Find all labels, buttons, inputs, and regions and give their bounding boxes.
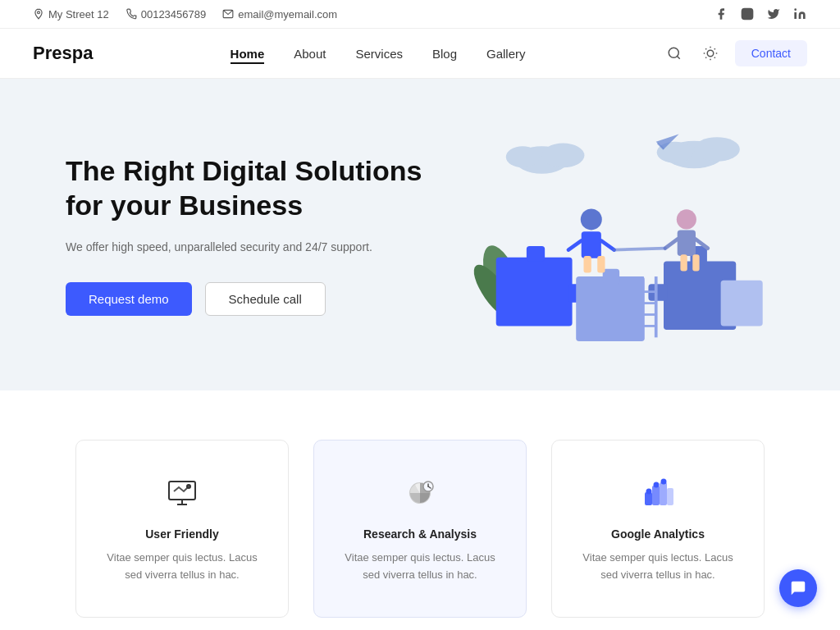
nav-item-services[interactable]: Services: [355, 47, 403, 61]
address-text: My Street 12: [48, 8, 109, 21]
features-section: User Friendly Vitae semper quis lectus. …: [0, 390, 840, 630]
email-icon: [222, 8, 234, 20]
svg-line-52: [614, 249, 665, 250]
hero-subtitle: We offer high speed, unparalleled securi…: [66, 238, 427, 256]
svg-rect-44: [584, 256, 591, 272]
svg-rect-33: [721, 281, 763, 326]
svg-rect-50: [680, 254, 687, 271]
svg-point-8: [707, 50, 714, 57]
hero-text: The Right Digital Solutions for your Bus…: [66, 153, 427, 316]
nav-actions: Contact: [663, 40, 807, 66]
feature-desc-1: Vitae semper quis lectus. Lacus sed vive…: [101, 549, 263, 584]
svg-rect-26: [527, 246, 545, 262]
svg-point-5: [794, 8, 797, 11]
svg-rect-25: [496, 258, 573, 326]
svg-point-0: [38, 11, 40, 14]
logo: Prespa: [33, 43, 93, 64]
svg-rect-28: [576, 276, 645, 341]
svg-point-40: [581, 208, 602, 230]
instagram-icon[interactable]: [740, 7, 755, 21]
svg-point-58: [187, 485, 190, 488]
svg-rect-45: [597, 256, 605, 272]
twitter-icon[interactable]: [766, 7, 781, 21]
topbar-left: My Street 12 00123456789 email@myemail.c…: [33, 8, 337, 21]
nav-item-home[interactable]: Home: [231, 47, 265, 61]
svg-point-66: [647, 490, 651, 494]
location-icon: [33, 8, 44, 20]
svg-line-11: [705, 48, 706, 49]
schedule-call-button[interactable]: Schedule call: [205, 282, 326, 316]
feature-title-1: User Friendly: [101, 527, 263, 541]
hero-illustration: [446, 128, 774, 341]
svg-point-6: [669, 48, 678, 57]
svg-line-48: [665, 240, 678, 249]
svg-point-68: [662, 480, 666, 484]
nav-links: Home About Services Blog Gallery: [231, 47, 526, 61]
feature-desc-2: Vitae semper quis lectus. Lacus sed vive…: [339, 549, 501, 584]
svg-rect-51: [692, 254, 699, 271]
svg-rect-65: [668, 489, 673, 504]
chat-bubble[interactable]: [779, 569, 817, 607]
svg-rect-41: [582, 231, 601, 258]
svg-rect-64: [660, 483, 666, 504]
svg-line-42: [568, 240, 582, 249]
chart-pie-icon: [400, 473, 440, 513]
svg-point-21: [694, 137, 740, 162]
feature-card-research: Research & Analysis Vitae semper quis le…: [313, 440, 527, 618]
address-item: My Street 12: [33, 8, 109, 21]
svg-line-43: [601, 240, 614, 249]
feature-card-user-friendly: User Friendly Vitae semper quis lectus. …: [75, 440, 289, 618]
phone-icon: [126, 8, 137, 20]
linkedin-icon[interactable]: [792, 7, 807, 21]
nav-item-blog[interactable]: Blog: [432, 47, 457, 61]
feature-title-2: Research & Analysis: [339, 527, 501, 541]
svg-rect-63: [653, 486, 659, 504]
svg-point-67: [655, 483, 659, 487]
theme-toggle-button[interactable]: [699, 42, 722, 65]
svg-point-19: [506, 146, 540, 167]
svg-point-46: [677, 209, 696, 229]
search-button[interactable]: [663, 42, 686, 65]
feature-card-analytics: Google Analytics Vitae semper quis lectu…: [551, 440, 765, 618]
nav-item-about[interactable]: About: [294, 47, 326, 61]
hero-buttons: Request demo Schedule call: [66, 282, 427, 316]
monitor-icon: [162, 473, 202, 513]
svg-line-7: [677, 56, 679, 58]
phone-item: 00123456789: [126, 8, 207, 21]
svg-rect-62: [646, 493, 651, 504]
topbar: My Street 12 00123456789 email@myemail.c…: [0, 0, 840, 29]
topbar-social: [714, 7, 807, 21]
email-text: email@myemail.com: [238, 8, 337, 21]
email-item: email@myemail.com: [222, 8, 337, 21]
bar-chart-icon: [638, 473, 678, 513]
nav-item-gallery[interactable]: Gallery: [486, 47, 526, 61]
chat-icon: [789, 579, 807, 597]
svg-line-15: [705, 57, 706, 58]
svg-point-18: [541, 144, 584, 168]
phone-text: 00123456789: [141, 8, 207, 21]
navbar: Prespa Home About Services Blog Gallery …: [0, 29, 840, 79]
contact-button[interactable]: Contact: [735, 40, 807, 66]
facebook-icon[interactable]: [714, 7, 728, 21]
svg-point-3: [745, 11, 749, 16]
svg-line-12: [714, 57, 715, 58]
feature-title-3: Google Analytics: [577, 527, 739, 541]
request-demo-button[interactable]: Request demo: [66, 282, 192, 316]
svg-rect-29: [603, 269, 619, 285]
svg-line-16: [714, 48, 715, 49]
feature-desc-3: Vitae semper quis lectus. Lacus sed vive…: [577, 549, 739, 584]
svg-rect-47: [678, 230, 696, 256]
hero-title: The Right Digital Solutions for your Bus…: [66, 153, 427, 223]
hero-section: The Right Digital Solutions for your Bus…: [0, 79, 840, 390]
svg-point-4: [750, 11, 751, 11]
